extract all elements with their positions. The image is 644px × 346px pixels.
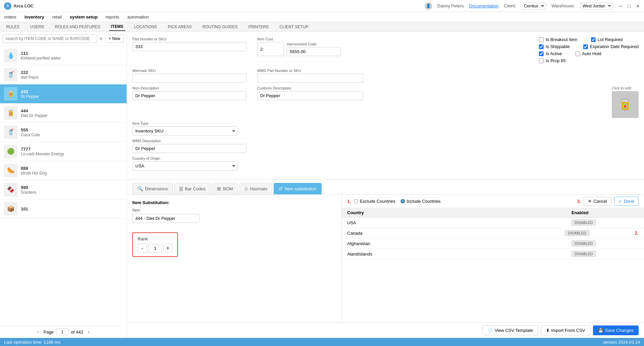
- tab-barcodes[interactable]: ||| Bar Codes: [174, 183, 211, 194]
- wms-desc-input[interactable]: [132, 144, 246, 153]
- list-item[interactable]: 🟢 7777 Lo-carb Monster Energy: [0, 142, 127, 161]
- nav-system-setup[interactable]: system setup: [70, 13, 98, 21]
- nav-automation[interactable]: automation: [127, 13, 149, 21]
- minimize-btn[interactable]: ─: [618, 3, 622, 9]
- rank-value-input[interactable]: [148, 244, 162, 253]
- list-item[interactable]: 🥫 444 Diet Dr Pepper: [0, 104, 127, 123]
- doc-link[interactable]: Documentation: [469, 3, 498, 8]
- item-type-select[interactable]: Inventory SKU: [132, 126, 238, 136]
- nav-retail[interactable]: retail: [52, 13, 61, 21]
- include-radio-input[interactable]: [401, 199, 405, 203]
- exclude-countries-radio[interactable]: Exclude Countries: [354, 199, 396, 204]
- page-number-input[interactable]: [56, 329, 68, 335]
- is-shippable-checkbox[interactable]: [539, 44, 544, 49]
- item-name: Snickers: [21, 190, 123, 195]
- maximize-btn[interactable]: □: [628, 3, 631, 9]
- tabs-area: 🔍 Dimensions ||| Bar Codes ⊞ BOM ◇ Hazma…: [127, 180, 644, 195]
- tab-barcodes-label: Bar Codes: [185, 186, 205, 191]
- item-thumbnail: 🟢: [4, 145, 17, 158]
- harmonized-code-input[interactable]: [287, 47, 340, 56]
- country-origin-select[interactable]: USA: [132, 161, 238, 170]
- close-btn[interactable]: ✕: [636, 3, 640, 9]
- expiration-required-checkbox[interactable]: [583, 44, 588, 49]
- item-name: Lo-carb Monster Energy: [21, 152, 123, 156]
- tab-bom[interactable]: ⊞ BOM: [212, 183, 238, 194]
- country-actions: 3. ✕ Cancel ✓ Done: [496, 197, 639, 206]
- client-select[interactable]: Cerritus: [522, 3, 546, 9]
- include-countries-radio[interactable]: Include Countries: [401, 199, 441, 204]
- exclude-radio-input[interactable]: [354, 199, 358, 203]
- is-prop-checkbox[interactable]: [539, 59, 544, 63]
- form-row-5: WMS Description: [132, 139, 639, 153]
- subnav-client-setup[interactable]: CLIENT SETUP: [277, 23, 310, 31]
- pagination: ‹ Page of 442 ›: [0, 325, 127, 338]
- next-page-btn[interactable]: ›: [86, 329, 92, 335]
- sub-item-input[interactable]: [132, 214, 199, 223]
- marker-2: 2.: [635, 230, 639, 236]
- list-item[interactable]: 🌭 888 efrutti Hot Dog: [0, 161, 127, 180]
- item-info: 999 Snickers: [21, 185, 123, 195]
- version-text: version 2024.03.14: [603, 340, 640, 345]
- lot-required-checkbox[interactable]: [591, 37, 596, 42]
- expiration-required-label: Expiration Date Required: [590, 44, 639, 49]
- cancel-btn[interactable]: ✕ Cancel: [584, 197, 611, 206]
- customs-desc-input[interactable]: [257, 91, 363, 100]
- item-thumbnail: 🌭: [4, 164, 17, 177]
- import-csv-btn[interactable]: ⬆ Import From CSV: [541, 325, 590, 335]
- clear-search-btn[interactable]: ✕: [99, 36, 103, 41]
- subnav-roles[interactable]: ROLES AND FEATURES: [53, 23, 102, 31]
- list-item[interactable]: 💧 111 Kirkland purified water: [0, 46, 127, 65]
- list-item[interactable]: 🥤 222 diet Pepsi: [0, 65, 127, 84]
- search-input[interactable]: [3, 34, 97, 43]
- subnav-locations[interactable]: LOCATIONS: [132, 23, 159, 31]
- save-changes-btn[interactable]: 💾 Save Changes: [593, 325, 639, 335]
- item-image[interactable]: 🥫: [612, 91, 639, 118]
- alt-sku-input[interactable]: [132, 74, 246, 83]
- new-item-btn[interactable]: + New: [105, 35, 124, 43]
- rank-decrement-btn[interactable]: -: [138, 243, 147, 253]
- tab-hazmats[interactable]: ◇ Hazmats: [239, 183, 272, 194]
- country-name: AlandIslands: [347, 252, 571, 257]
- is-active-checkbox[interactable]: [539, 51, 544, 56]
- is-breakout-checkbox[interactable]: [539, 37, 544, 42]
- hazmat-icon: ◇: [244, 186, 248, 191]
- subnav-printers[interactable]: PRINTERS: [246, 23, 271, 31]
- item-name: diet Pepsi: [21, 75, 123, 80]
- item-thumbnail: 🥤: [4, 125, 17, 139]
- view-csv-label: View CSV Template: [495, 328, 533, 333]
- disabled-badge: DISABLED: [565, 230, 589, 236]
- country-name: USA: [347, 220, 571, 225]
- harmonized-code-group: Harmonized Code: [287, 42, 340, 56]
- prev-page-btn[interactable]: ‹: [35, 329, 41, 335]
- warehouse-select[interactable]: West Jordan: [580, 3, 613, 9]
- nav-inventory[interactable]: inventory: [25, 13, 44, 21]
- auto-hold-checkbox[interactable]: [576, 51, 580, 56]
- list-item[interactable]: 🥫 333 Dr Pepper: [0, 84, 127, 104]
- tab-item-substitution[interactable]: ↺ Item substitution: [274, 183, 322, 194]
- item-cost-input[interactable]: [257, 42, 284, 56]
- list-item[interactable]: 🍫 999 Snickers: [0, 180, 127, 199]
- done-label: Done: [624, 199, 634, 204]
- subnav-rules[interactable]: RULES: [4, 23, 21, 31]
- form-row-1: Part Number or SKU Item Cost Harmonized …: [132, 37, 639, 65]
- subnav-routing-guides[interactable]: ROUTING GUIDES: [200, 23, 240, 31]
- subnav-users[interactable]: USERS: [28, 23, 46, 31]
- marker-1: 1.: [347, 199, 351, 204]
- country-enabled: DISABLED: [571, 220, 639, 226]
- rank-increment-btn[interactable]: +: [163, 243, 173, 253]
- countries-panel: 1. Exclude Countries Include Countries 3…: [342, 195, 644, 322]
- view-csv-btn[interactable]: 📄 View CSV Template: [482, 325, 538, 335]
- import-csv-label: Import From CSV: [551, 328, 585, 333]
- nav-orders[interactable]: orders: [4, 13, 16, 21]
- wms-part-input[interactable]: [257, 74, 363, 83]
- list-item[interactable]: 🥤 555 Coca Cola: [0, 123, 127, 142]
- subnav-items[interactable]: ITEMS: [109, 23, 126, 31]
- subnav-pick-areas[interactable]: PICK AREAS: [166, 23, 194, 31]
- part-number-input[interactable]: [132, 42, 246, 51]
- item-code: 888: [21, 166, 123, 171]
- done-btn[interactable]: ✓ Done: [614, 197, 639, 206]
- nav-reports[interactable]: reports: [106, 13, 119, 21]
- tab-dimensions[interactable]: 🔍 Dimensions: [132, 183, 173, 194]
- item-desc-input[interactable]: [132, 91, 246, 100]
- list-item[interactable]: 📦 101: [0, 199, 127, 219]
